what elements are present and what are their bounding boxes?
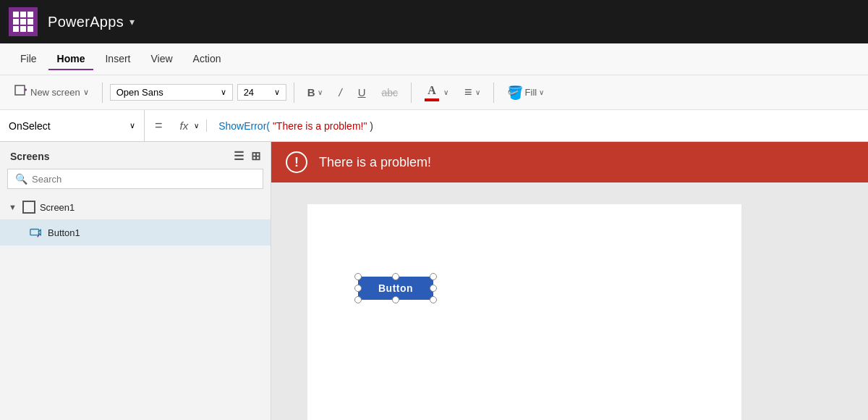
toolbar: New screen ∨ Open Sans ∨ 24 ∨ B ∨ / U ab… [0, 75, 868, 110]
text-color-bar [425, 98, 439, 101]
fill-label: Fill [525, 87, 537, 98]
handle-bottom-center[interactable] [392, 296, 399, 303]
size-dropdown[interactable]: 24 ∨ [237, 84, 286, 101]
error-message: There is a problem! [319, 155, 431, 170]
menu-home[interactable]: Home [48, 49, 94, 70]
bold-label: B [307, 86, 315, 98]
text-color-button[interactable]: A ∨ [419, 81, 454, 104]
toolbar-separator-3 [411, 83, 412, 103]
italic-label: / [339, 86, 341, 98]
underline-label: U [358, 86, 366, 98]
paint-bucket-icon: 🪣 [507, 85, 523, 101]
text-color-chevron: ∨ [443, 88, 448, 96]
toolbar-separator-1 [102, 83, 103, 103]
menu-insert[interactable]: Insert [96, 49, 139, 70]
screen1-label: Screen1 [40, 202, 75, 213]
equals-sign: = [145, 118, 173, 133]
waffle-icon[interactable] [9, 7, 38, 36]
font-size: 24 [244, 87, 254, 98]
svg-point-5 [38, 235, 40, 236]
menu-bar: File Home Insert View Action [0, 43, 868, 75]
text-color-icon: A [425, 84, 439, 101]
menu-file[interactable]: File [12, 49, 46, 70]
search-input[interactable] [32, 174, 255, 185]
menu-view[interactable]: View [142, 49, 181, 70]
screen-icon [22, 201, 35, 214]
button-handles: Button [358, 277, 433, 300]
font-dropdown[interactable]: Open Sans ∨ [110, 84, 233, 101]
text-color-label: A [427, 84, 436, 97]
align-button[interactable]: ≡ ∨ [459, 82, 486, 103]
canvas-content[interactable]: Button [271, 182, 868, 420]
search-icon: 🔍 [15, 173, 27, 185]
error-icon: ! [286, 151, 307, 173]
menu-action[interactable]: Action [184, 49, 230, 70]
fx-area: fx ∨ [173, 119, 208, 132]
canvas-inner: Button [307, 204, 741, 420]
button1-label: Button1 [48, 227, 80, 238]
fill-chevron: ∨ [539, 88, 544, 96]
handle-top-left[interactable] [354, 273, 362, 280]
app-title: PowerApps [48, 14, 124, 30]
property-chevron: ∨ [129, 121, 135, 130]
handle-top-right[interactable] [430, 273, 437, 280]
underline-button[interactable]: U [352, 83, 372, 101]
formula-content[interactable]: ShowError( "There is a problem!" ) [207, 120, 868, 132]
screens-header: Screens ☰ ⊞ [0, 142, 271, 169]
new-screen-label: New screen [30, 87, 80, 98]
toolbar-separator-4 [493, 83, 494, 103]
left-panel: Screens ☰ ⊞ 🔍 ▼ Screen1 [0, 142, 271, 420]
formula-function: ShowError( [218, 120, 270, 132]
main-area: Screens ☰ ⊞ 🔍 ▼ Screen1 [0, 142, 868, 420]
align-chevron: ∨ [475, 88, 480, 96]
size-dropdown-chevron: ∨ [274, 88, 280, 97]
svg-rect-0 [15, 85, 25, 95]
screens-label: Screens [10, 151, 49, 162]
canvas-area: ! There is a problem! [271, 142, 868, 420]
screens-icons: ☰ ⊞ [234, 149, 260, 163]
button1-item[interactable]: Button1 [0, 219, 271, 245]
new-screen-button[interactable]: New screen ∨ [9, 82, 95, 104]
waffle-grid [13, 12, 33, 32]
svg-rect-3 [30, 230, 39, 235]
fx-chevron: ∨ [194, 122, 199, 130]
bold-chevron: ∨ [318, 88, 323, 96]
font-dropdown-chevron: ∨ [221, 88, 226, 97]
expand-arrow: ▼ [9, 203, 17, 211]
strikethrough-button[interactable]: abc [376, 84, 404, 101]
formula-end: ) [370, 120, 373, 132]
list-view-icon[interactable]: ☰ [234, 149, 244, 163]
font-name: Open Sans [116, 87, 163, 98]
fx-label: fx [180, 119, 189, 132]
formula-string: "There is a problem!" [273, 120, 367, 132]
toolbar-separator-2 [294, 83, 294, 103]
search-box[interactable]: 🔍 [7, 169, 263, 189]
screen1-item[interactable]: ▼ Screen1 [0, 195, 271, 219]
new-screen-icon [14, 85, 27, 101]
handle-top-center[interactable] [392, 273, 399, 280]
handle-middle-left[interactable] [354, 285, 362, 292]
top-bar: PowerApps ▾ [0, 0, 868, 43]
handle-bottom-right[interactable] [430, 296, 437, 303]
handle-middle-right[interactable] [430, 285, 437, 292]
button1-icon [29, 225, 43, 240]
strikethrough-label: abc [382, 87, 399, 98]
error-exclamation: ! [294, 156, 299, 169]
property-dropdown[interactable]: OnSelect ∨ [0, 110, 145, 141]
new-screen-chevron: ∨ [83, 88, 89, 97]
grid-view-icon[interactable]: ⊞ [251, 149, 260, 163]
app-title-chevron[interactable]: ▾ [129, 16, 135, 28]
bold-button[interactable]: B ∨ [302, 83, 329, 101]
error-banner: ! There is a problem! [271, 142, 868, 182]
formula-bar: OnSelect ∨ = fx ∨ ShowError( "There is a… [0, 110, 868, 142]
property-name: OnSelect [9, 120, 51, 132]
button-widget[interactable]: Button [358, 277, 433, 300]
fill-button[interactable]: 🪣 Fill ∨ [501, 82, 550, 104]
italic-button[interactable]: / [333, 83, 347, 101]
handle-bottom-left[interactable] [354, 296, 362, 303]
align-icon: ≡ [464, 85, 472, 100]
